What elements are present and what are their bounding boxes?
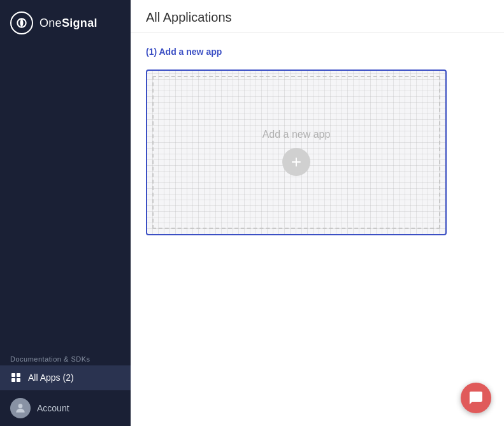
chat-icon — [468, 390, 484, 406]
svg-point-1 — [18, 404, 23, 408]
all-apps-label: All Apps (2) — [28, 372, 74, 383]
main-header: All Applications — [131, 0, 504, 33]
chat-button[interactable] — [461, 383, 491, 413]
sidebar: OneSignal Documentation & SDKs All Apps … — [0, 0, 131, 426]
docs-sdks-label: Documentation & SDKs — [0, 350, 131, 365]
app-card-area: Add a new app + — [146, 70, 489, 235]
logo-text: OneSignal — [40, 17, 97, 30]
account-section[interactable]: Account — [0, 390, 131, 426]
add-app-card[interactable]: Add a new app + — [146, 70, 447, 235]
sidebar-logo: OneSignal — [0, 0, 131, 46]
main-body: (1) Add a new app Add a new app + — [131, 33, 504, 426]
add-app-text: Add a new app — [263, 129, 331, 140]
sidebar-item-all-apps[interactable]: All Apps (2) — [0, 365, 131, 390]
grid-icon — [10, 372, 22, 383]
sidebar-spacer — [0, 46, 131, 350]
main-content: All Applications (1) Add a new app Add a… — [131, 0, 504, 426]
avatar — [10, 398, 31, 418]
add-new-app-link[interactable]: (1) Add a new app — [146, 47, 222, 57]
page-title: All Applications — [146, 10, 489, 33]
logo-icon — [10, 11, 33, 34]
add-plus-icon: + — [282, 148, 310, 176]
account-label: Account — [37, 403, 69, 413]
